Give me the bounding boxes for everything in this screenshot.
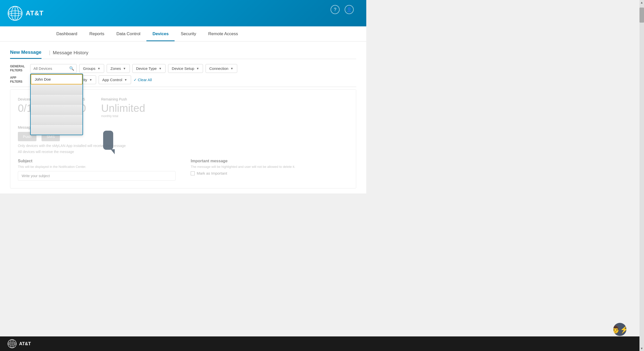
app-filters-label: APP FILTERS xyxy=(10,76,28,84)
autocomplete-item-5[interactable] xyxy=(31,125,83,135)
checkmark-icon: ✓ xyxy=(134,78,137,82)
device-type-label: Device Type xyxy=(136,66,157,71)
user-button[interactable]: 👤 xyxy=(345,5,354,14)
nav-devices[interactable]: Devices xyxy=(146,27,175,41)
groups-arrow-icon: ▼ xyxy=(97,67,100,70)
connection-arrow-icon: ▼ xyxy=(230,67,233,70)
search-input[interactable] xyxy=(30,64,77,73)
chat-bubble xyxy=(103,131,113,150)
att-globe-icon xyxy=(8,6,23,21)
nav-security[interactable]: Security xyxy=(175,27,202,41)
subject-label: Subject xyxy=(18,159,176,163)
sms-info-text: All devices will receive the message xyxy=(18,150,348,154)
header: AT&T ? 👤 xyxy=(0,0,366,26)
device-type-arrow-icon: ▼ xyxy=(159,67,162,70)
clear-all-button[interactable]: ✓ Clear All xyxy=(134,78,152,82)
search-wrap: 🔍 xyxy=(30,64,77,73)
mark-important-checkbox[interactable] xyxy=(191,171,195,175)
subject-desc: This will be displayed in the Notificati… xyxy=(18,165,176,169)
zones-dropdown[interactable]: Zones ▼ xyxy=(107,64,130,73)
content-area: New Message | Message History GENERAL FI… xyxy=(0,41,366,193)
important-label: Important message xyxy=(191,159,348,163)
connection-dropdown[interactable]: Connection ▼ xyxy=(206,64,237,73)
app-control-dropdown[interactable]: App Control ▼ xyxy=(99,75,131,84)
autocomplete-item-4[interactable] xyxy=(31,115,83,125)
tab-new-message[interactable]: New Message xyxy=(10,46,42,59)
stat-push-value: Unlimited xyxy=(101,102,145,114)
tabs: New Message | Message History xyxy=(10,46,356,59)
general-filters-row: GENERAL FILTERS 🔍 Groups ▼ Zones ▼ Devic… xyxy=(10,64,356,73)
tab-message-history[interactable]: Message History xyxy=(53,47,89,59)
zones-label: Zones xyxy=(110,66,121,71)
device-setup-label: Device Setup xyxy=(172,66,194,71)
help-button[interactable]: ? xyxy=(331,5,340,14)
stat-push-sub: monthly total xyxy=(101,114,145,118)
subject-input[interactable] xyxy=(18,171,176,181)
general-filters-label: GENERAL FILTERS xyxy=(10,65,28,72)
autocomplete-item-3[interactable] xyxy=(31,105,83,115)
autocomplete-item-1[interactable] xyxy=(31,84,83,94)
autocomplete-dropdown: John Doe xyxy=(30,74,83,135)
subject-section: Subject This will be displayed in the No… xyxy=(18,159,348,181)
filters-section: GENERAL FILTERS 🔍 Groups ▼ Zones ▼ Devic… xyxy=(10,64,356,84)
app-control-label: App Control xyxy=(102,78,122,82)
important-col: Important message The message will be hi… xyxy=(191,159,348,181)
header-actions: ? 👤 xyxy=(331,5,354,14)
tab-divider: | xyxy=(49,50,50,56)
subject-col: Subject This will be displayed in the No… xyxy=(18,159,176,181)
push-info-text: Only devices with the sMyLAN App install… xyxy=(18,144,348,148)
nav-dashboard[interactable]: Dashboard xyxy=(50,27,83,41)
stat-push: Remaining Push Unlimited monthly total xyxy=(101,97,145,118)
important-desc: The message will be highlighted and user… xyxy=(191,165,348,169)
clear-all-label: Clear All xyxy=(138,78,152,82)
mark-important-text: Mark as Important xyxy=(197,171,227,175)
autocomplete-selected-item[interactable]: John Doe xyxy=(31,74,83,84)
chat-bubble-overlay xyxy=(103,131,113,150)
connection-label: Connection xyxy=(209,66,228,71)
navbar: Dashboard Reports Data Control Devices S… xyxy=(0,26,366,41)
att-brand-name: AT&T xyxy=(26,9,44,17)
device-setup-arrow-icon: ▼ xyxy=(196,67,199,70)
nav-reports[interactable]: Reports xyxy=(83,27,110,41)
groups-label: Groups xyxy=(83,66,95,71)
autocomplete-item-2[interactable] xyxy=(31,94,83,105)
chat-tail-icon xyxy=(111,149,115,154)
app-control-arrow-icon: ▼ xyxy=(124,78,127,82)
mark-important-label[interactable]: Mark as Important xyxy=(191,171,348,175)
nav-remote-access[interactable]: Remote Access xyxy=(202,27,244,41)
zones-arrow-icon: ▼ xyxy=(123,67,126,70)
device-security-arrow-icon: ▼ xyxy=(89,78,92,82)
logo: AT&T xyxy=(8,6,44,21)
device-setup-dropdown[interactable]: Device Setup ▼ xyxy=(168,64,203,73)
stat-push-label: Remaining Push xyxy=(101,97,145,101)
groups-dropdown[interactable]: Groups ▼ xyxy=(79,64,104,73)
device-type-dropdown[interactable]: Device Type ▼ xyxy=(132,64,166,73)
nav-data-control[interactable]: Data Control xyxy=(110,27,146,41)
autocomplete-items xyxy=(31,84,83,135)
